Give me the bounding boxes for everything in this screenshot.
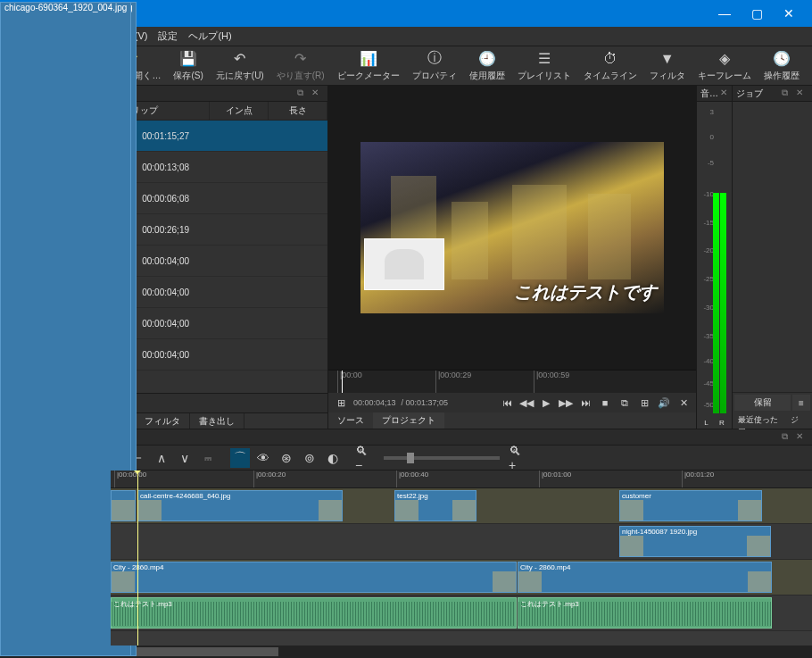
panel-close-icon[interactable]: ✕ [311, 87, 324, 100]
position-time: 00:00:04;13 [352, 398, 398, 407]
meter-bars [713, 193, 726, 413]
grid-icon[interactable]: ⊞ [635, 395, 653, 411]
skip-start-icon[interactable]: ⏮ [498, 395, 516, 411]
text-overlay: これはテストです [514, 280, 657, 304]
info-icon: ⓘ [426, 50, 443, 68]
clip[interactable]: customer [619, 490, 762, 521]
zoom-icon[interactable]: ⧉ [616, 395, 634, 411]
keyframe-button[interactable]: ◈キーフレーム [692, 48, 757, 84]
clip-audio[interactable]: これはテスト.mp3 [518, 597, 772, 629]
ripple-icon[interactable]: ⊛ [277, 448, 296, 468]
overwrite-icon[interactable]: ∨ [175, 448, 195, 468]
timeline-body: マスター V3🔓🔊👁 V2🔓🔊👁 V1🔓🔊👁 A1🔓🔊 |00:00:00 |0… [0, 471, 812, 646]
col-length[interactable]: 長さ [269, 102, 327, 120]
clip[interactable]: City - 2860.mp4 [111, 562, 517, 593]
audio-meter-panel: 音…✕ 3 0 -5 -10 -15 -20 -25 -30 -35 -40 -… [696, 86, 732, 429]
filter-icon: ▼ [659, 50, 676, 68]
preview-panel: これはテストです |00:00 |00:00:29 |00:00:59 ⊞ 00… [328, 86, 696, 429]
track-a1[interactable]: これはテスト.mp3 これはテスト.mp3 [111, 596, 812, 631]
mute-icon[interactable]: ✕ [675, 395, 692, 411]
snap-icon[interactable]: ⌒ [230, 448, 250, 468]
history-button[interactable]: 🕓操作履歴 [758, 48, 805, 84]
col-in[interactable]: イン点 [210, 102, 269, 120]
meter-icon: 📊 [360, 50, 377, 68]
redo-icon: ↷ [292, 50, 310, 68]
panel-close-icon[interactable]: ✕ [796, 87, 808, 100]
filter-button[interactable]: ▼フィルタ [644, 48, 691, 84]
tab-filter[interactable]: フィルタ [136, 413, 190, 429]
clip[interactable]: call-centre-4246688_640.jpg [137, 490, 343, 521]
jobs-menu-button[interactable]: ≡ [792, 395, 810, 411]
rewind-icon[interactable]: ◀◀ [518, 395, 535, 411]
maximize-button[interactable]: ▢ [741, 1, 773, 26]
properties-button[interactable]: ⓘプロパティ [407, 48, 462, 84]
source-tabs: ソース プロジェクト [328, 412, 696, 429]
playlist-row[interactable]: 8chicago-690364_1920_004.jpg00:00:00;000… [0, 339, 327, 371]
dock-icon[interactable]: ⧉ [297, 87, 310, 100]
export-button[interactable]: ⊙書き出し [807, 48, 812, 84]
main-area: プレイリスト ⧉ ✕ # サムネイル クリップ イン点 長さ 1City - 2… [0, 86, 812, 429]
save-button[interactable]: 💾保存(S) [168, 48, 208, 84]
tab-export[interactable]: 書き出し [190, 413, 244, 429]
redo-button[interactable]: ↷やり直す(R) [271, 48, 330, 84]
timeline-content[interactable]: |00:00:00 |00:00:20 |00:00:40 |00:01:00 … [111, 471, 812, 646]
tab-recent[interactable]: 最近使ったファ… [733, 412, 785, 429]
hold-button[interactable]: 保留 [734, 395, 791, 411]
scrub-icon[interactable]: 👁 [253, 448, 273, 468]
tab-jobs[interactable]: ジョブ [785, 412, 812, 429]
zoom-in-icon[interactable]: 🔍︎+ [509, 448, 528, 468]
zoom-out-icon[interactable]: 🔍︎− [355, 448, 375, 468]
dock-icon[interactable]: ⧉ [782, 431, 794, 444]
ripple-all-icon[interactable]: ⊚ [300, 448, 319, 468]
keyframe-icon: ◈ [716, 50, 733, 68]
transport-bar: ⊞ 00:00:04;13 / 00:01:37;05 ⏮ ◀◀ ▶ ▶▶ ⏭ … [328, 393, 696, 412]
clip[interactable] [111, 490, 136, 521]
clip[interactable]: City - 2860.mp4 [518, 562, 772, 593]
timeline-playhead[interactable] [137, 471, 138, 646]
grid-toggle-icon[interactable]: ⊞ [332, 395, 350, 411]
preview-viewport[interactable]: これはテストです [328, 86, 696, 370]
volume-icon[interactable]: 🔊 [655, 395, 673, 411]
preview-scrubber[interactable]: |00:00 |00:00:29 |00:00:59 [328, 370, 696, 393]
dock-icon[interactable]: ⧉ [782, 87, 794, 100]
peakmeter-button[interactable]: 📊ピークメーター [332, 48, 405, 84]
split-icon[interactable]: ⎓ [198, 448, 218, 468]
track-v2[interactable]: night-1450087 1920.jpg [111, 524, 812, 560]
clip-audio[interactable]: これはテスト.mp3 [111, 597, 517, 629]
zoom-handle[interactable] [407, 453, 414, 463]
zoom-slider[interactable] [384, 456, 500, 460]
panel-close-icon[interactable]: ✕ [796, 431, 808, 444]
save-icon: 💾 [179, 50, 197, 68]
panel-close-icon[interactable]: ✕ [720, 87, 728, 100]
tab-source[interactable]: ソース [328, 412, 373, 429]
toggle-icon[interactable]: ◐ [323, 448, 343, 468]
playlist-panel: プレイリスト ⧉ ✕ # サムネイル クリップ イン点 長さ 1City - 2… [0, 86, 328, 429]
ops-history-icon: 🕓 [773, 50, 791, 68]
menu-settings[interactable]: 設定 [153, 27, 183, 46]
timeline-ruler[interactable]: |00:00:00 |00:00:20 |00:00:40 |00:01:00 … [111, 471, 812, 488]
jobs-panel: ジョブ⧉✕ 保留 ≡ 最近使ったファ… ジョブ [732, 86, 812, 429]
lift-icon[interactable]: ∧ [152, 448, 171, 468]
undo-icon: ↶ [231, 50, 249, 68]
track-v1[interactable]: City - 2860.mp4 City - 2860.mp4 [111, 560, 812, 596]
jobs-list [733, 102, 812, 392]
playlist-body[interactable]: 1City - 2860.mp400:00:00;0000:01:15;27 2… [0, 121, 327, 393]
duration-time: / 00:01:37;05 [400, 398, 451, 407]
close-button[interactable]: ✕ [773, 1, 805, 26]
undo-button[interactable]: ↶元に戻す(U) [211, 48, 269, 84]
clip[interactable]: test22.jpg [394, 490, 476, 521]
track-v3[interactable]: call-centre-4246688_640.jpg test22.jpg c… [111, 488, 812, 524]
tab-project[interactable]: プロジェクト [373, 412, 444, 429]
menu-help[interactable]: ヘルプ(H) [183, 27, 236, 46]
history-icon: 🕘 [478, 50, 496, 68]
timeline-button[interactable]: ⏱タイムライン [578, 48, 642, 84]
play-icon[interactable]: ▶ [537, 395, 555, 411]
clip[interactable]: night-1450087 1920.jpg [619, 526, 771, 557]
meter-scale: 3 0 -5 -10 -15 -20 -25 -30 -35 -40 -45 -… [697, 102, 732, 417]
stop-icon[interactable]: ■ [596, 395, 614, 411]
skip-end-icon[interactable]: ⏭ [576, 395, 594, 411]
minimize-button[interactable]: — [708, 1, 741, 26]
forward-icon[interactable]: ▶▶ [557, 395, 575, 411]
playlist-button[interactable]: ☰プレイリスト [512, 48, 576, 84]
recent-button[interactable]: 🕘使用履歴 [464, 48, 510, 84]
